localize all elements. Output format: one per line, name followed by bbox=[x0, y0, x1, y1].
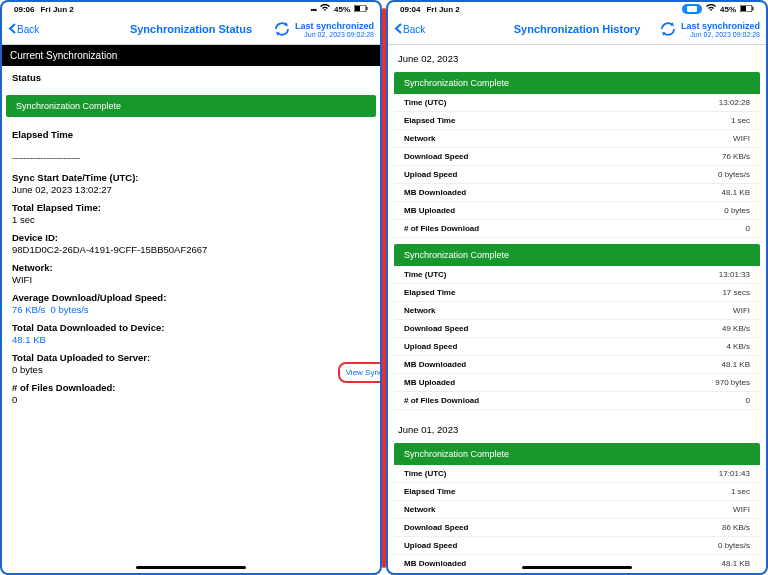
filesdl-value: 0 bbox=[746, 224, 750, 233]
battery-icon bbox=[740, 5, 754, 14]
elapsed-label: Elapsed Time bbox=[404, 288, 455, 297]
status-badge: Synchronization Complete bbox=[394, 72, 760, 94]
back-label: Back bbox=[403, 24, 425, 35]
last-sync-label: Last synchronized bbox=[681, 21, 760, 31]
filesdl-label: # of Files Download bbox=[404, 396, 479, 405]
mbup-label: MB Uploaded bbox=[404, 206, 455, 215]
files-value: 0 bbox=[12, 394, 370, 405]
date-header: June 02, 2023 bbox=[388, 45, 766, 68]
ulspeed-label: Upload Speed bbox=[404, 342, 457, 351]
ios-status-bar: 09:04 Fri Jun 2 45% bbox=[388, 2, 766, 16]
mbdown-value: 48.1 KB bbox=[722, 360, 750, 369]
sync-icon[interactable] bbox=[273, 20, 291, 38]
history-card[interactable]: Synchronization Complete Time (UTC)17:01… bbox=[394, 443, 760, 566]
elapsed-heading: Elapsed Time bbox=[2, 123, 380, 146]
network-label: Network bbox=[404, 306, 436, 315]
date-header: June 01, 2023 bbox=[388, 416, 766, 439]
dlspeed-label: Download Speed bbox=[404, 523, 468, 532]
battery-icon bbox=[354, 5, 368, 14]
elapsed-label: Elapsed Time bbox=[404, 116, 455, 125]
status-time: 09:06 bbox=[14, 5, 34, 14]
status-time: 09:04 bbox=[400, 5, 420, 14]
elapsed-value: 17 secs bbox=[722, 288, 750, 297]
dlspeed-value: 86 KB/s bbox=[722, 523, 750, 532]
time-label: Time (UTC) bbox=[404, 469, 447, 478]
screen-sync-history: 09:04 Fri Jun 2 45% B bbox=[386, 0, 768, 575]
network-value: WIFI bbox=[733, 134, 750, 143]
elapsed-label: Total Elapsed Time: bbox=[12, 202, 370, 213]
mbdown-value: 48.1 KB bbox=[722, 559, 750, 566]
sync-icon[interactable] bbox=[659, 20, 677, 38]
wifi-icon bbox=[320, 4, 330, 14]
mbdown-label: MB Downloaded bbox=[404, 360, 466, 369]
files-label: # of Files Downloaded: bbox=[12, 382, 370, 393]
time-value: 13:02:28 bbox=[719, 98, 750, 107]
uploaded-label: Total Data Uploaded to Server: bbox=[12, 352, 370, 363]
divider-dashes: ------------------------ bbox=[2, 152, 380, 167]
network-label: Network bbox=[404, 505, 436, 514]
network-value: WIFI bbox=[733, 306, 750, 315]
mbup-label: MB Uploaded bbox=[404, 378, 455, 387]
history-card[interactable]: Synchronization Complete Time (UTC)13:01… bbox=[394, 244, 760, 410]
network-label: Network bbox=[404, 134, 436, 143]
dl-speed-value: 76 KB/s bbox=[12, 304, 45, 315]
svg-rect-1 bbox=[355, 6, 360, 11]
history-scroll[interactable]: June 02, 2023 Synchronization Complete T… bbox=[388, 45, 766, 566]
dlspeed-label: Download Speed bbox=[404, 324, 468, 333]
view-sync-history-callout[interactable]: View Sync History bbox=[338, 362, 382, 383]
ulspeed-value: 0 bytes/s bbox=[718, 541, 750, 550]
network-value: WIFI bbox=[733, 505, 750, 514]
svg-rect-6 bbox=[753, 7, 754, 10]
dlspeed-value: 49 KB/s bbox=[722, 324, 750, 333]
status-heading: Status bbox=[2, 66, 380, 89]
chevron-left-icon bbox=[8, 23, 16, 36]
nav-bar: Back Synchronization History Last synchr… bbox=[388, 16, 766, 45]
status-date: Fri Jun 2 bbox=[40, 5, 73, 14]
svg-rect-2 bbox=[367, 7, 368, 10]
back-button[interactable]: Back bbox=[8, 23, 39, 36]
elapsed-value: 1 sec bbox=[731, 487, 750, 496]
device-value: 98D1D0C2-26DA-4191-9CFF-15BB50AF2667 bbox=[12, 244, 370, 255]
ios-status-bar: 09:06 Fri Jun 2 ••• 45% bbox=[2, 2, 380, 16]
last-sync-label: Last synchronized bbox=[295, 21, 374, 31]
last-sync-time: Jun 02, 2023 09:02:28 bbox=[295, 31, 374, 38]
ulspeed-value: 0 bytes/s bbox=[718, 170, 750, 179]
wifi-icon bbox=[706, 4, 716, 14]
ulspeed-value: 4 KB/s bbox=[726, 342, 750, 351]
elapsed-label: Elapsed Time bbox=[404, 487, 455, 496]
network-label: Network: bbox=[12, 262, 370, 273]
ul-speed-value: 0 bytes/s bbox=[51, 304, 89, 315]
home-indicator bbox=[522, 566, 632, 569]
mbdown-value: 48.1 KB bbox=[722, 188, 750, 197]
network-value: WIFI bbox=[12, 274, 370, 285]
svg-rect-3 bbox=[687, 6, 697, 12]
mbdown-label: MB Downloaded bbox=[404, 559, 466, 566]
uploaded-value: 0 bytes bbox=[12, 364, 370, 375]
status-badge: Synchronization Complete bbox=[6, 95, 376, 117]
elapsed-value: 1 sec bbox=[731, 116, 750, 125]
svg-rect-5 bbox=[741, 6, 746, 11]
home-indicator bbox=[136, 566, 246, 569]
mbdown-label: MB Downloaded bbox=[404, 188, 466, 197]
dots-icon: ••• bbox=[311, 5, 316, 14]
history-card[interactable]: Synchronization Complete Time (UTC)13:02… bbox=[394, 72, 760, 238]
last-sync-time: Jun 02, 2023 09:02:28 bbox=[681, 31, 760, 38]
elapsed-value: 1 sec bbox=[12, 214, 370, 225]
device-label: Device ID: bbox=[12, 232, 370, 243]
battery-text: 45% bbox=[720, 5, 736, 14]
start-value: June 02, 2023 13:02:27 bbox=[12, 184, 370, 195]
time-value: 13:01:33 bbox=[719, 270, 750, 279]
downloaded-label: Total Data Downloaded to Device: bbox=[12, 322, 370, 333]
screen-sync-status: 09:06 Fri Jun 2 ••• 45% Back bbox=[0, 0, 382, 575]
back-label: Back bbox=[17, 24, 39, 35]
status-badge: Synchronization Complete bbox=[394, 244, 760, 266]
dlspeed-value: 76 KB/s bbox=[722, 152, 750, 161]
mbup-value: 970 bytes bbox=[715, 378, 750, 387]
mbup-value: 0 bytes bbox=[724, 206, 750, 215]
dlspeed-label: Download Speed bbox=[404, 152, 468, 161]
time-label: Time (UTC) bbox=[404, 98, 447, 107]
status-date: Fri Jun 2 bbox=[426, 5, 459, 14]
nav-bar: Back Synchronization Status Last synchro… bbox=[2, 16, 380, 45]
status-badge: Synchronization Complete bbox=[394, 443, 760, 465]
back-button[interactable]: Back bbox=[394, 23, 425, 36]
